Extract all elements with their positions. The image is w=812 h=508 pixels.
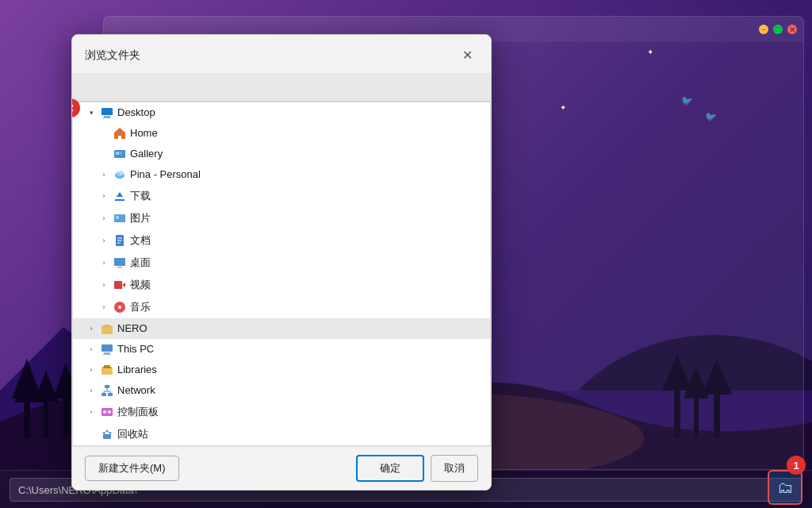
item-label: 下载 bbox=[130, 189, 151, 203]
chevron-icon bbox=[86, 429, 97, 440]
item-label: 文档 bbox=[130, 233, 151, 248]
tree-item-libraries[interactable]: ›Libraries bbox=[73, 360, 490, 380]
svg-rect-28 bbox=[116, 216, 119, 219]
tree-item-nero[interactable]: ›NERO bbox=[73, 318, 490, 339]
chevron-icon bbox=[98, 128, 109, 139]
chevron-icon: › bbox=[86, 323, 97, 334]
chevron-icon: › bbox=[98, 235, 109, 246]
item-label: Desktop bbox=[117, 106, 155, 118]
ok-button[interactable]: 确定 bbox=[356, 455, 424, 482]
chevron-icon: › bbox=[86, 364, 97, 375]
item-icon bbox=[113, 190, 127, 202]
svg-point-21 bbox=[119, 152, 122, 155]
svg-rect-34 bbox=[117, 267, 122, 268]
item-label: 图片 bbox=[130, 211, 151, 225]
svg-point-24 bbox=[119, 171, 124, 175]
svg-rect-46 bbox=[105, 385, 109, 388]
dialog-close-button[interactable]: ✕ bbox=[456, 44, 478, 67]
svg-rect-45 bbox=[104, 365, 110, 368]
svg-rect-48 bbox=[108, 393, 113, 396]
dialog-title: 浏览文件夹 bbox=[85, 48, 140, 63]
item-icon bbox=[113, 212, 127, 225]
item-icon bbox=[113, 301, 127, 314]
tree-item-downloads[interactable]: ›下载 bbox=[73, 185, 490, 207]
item-label: Home bbox=[130, 127, 158, 139]
tree-item-desktop[interactable]: ▾Desktop bbox=[73, 102, 490, 123]
item-icon bbox=[100, 384, 114, 397]
tree-item-pictures[interactable]: ›图片 bbox=[73, 207, 490, 229]
dialog-overlay: 2 浏览文件夹 ✕ ▾Desktop Home Gallery›Pina - P… bbox=[0, 0, 812, 508]
item-icon bbox=[113, 256, 127, 269]
svg-rect-35 bbox=[114, 281, 122, 289]
svg-rect-20 bbox=[116, 152, 119, 155]
tree-item-home[interactable]: Home bbox=[73, 123, 490, 144]
chevron-icon: ▾ bbox=[86, 107, 97, 118]
chevron-icon: › bbox=[86, 406, 97, 418]
item-icon bbox=[100, 322, 114, 335]
svg-point-55 bbox=[108, 410, 111, 414]
browse-folder-dialog: 2 浏览文件夹 ✕ ▾Desktop Home Gallery›Pina - P… bbox=[71, 34, 492, 491]
chevron-icon: › bbox=[98, 213, 109, 224]
svg-marker-26 bbox=[117, 192, 123, 197]
item-label: Network bbox=[117, 384, 155, 396]
tree-item-documents[interactable]: ›文档 bbox=[73, 229, 490, 252]
chevron-icon: › bbox=[98, 302, 109, 313]
folder-tree[interactable]: ▾Desktop Home Gallery›Pina - Personal›下载… bbox=[72, 102, 491, 446]
item-label: Gallery bbox=[130, 148, 163, 160]
item-label: Pina - Personal bbox=[130, 168, 201, 180]
svg-rect-42 bbox=[103, 354, 111, 355]
svg-rect-16 bbox=[102, 108, 113, 115]
chevron-icon: › bbox=[86, 344, 97, 355]
dialog-footer: 新建文件夹(M) 确定 取消 bbox=[72, 446, 491, 490]
tree-item-controlpanel[interactable]: ›控制面板 bbox=[73, 401, 490, 423]
item-icon bbox=[100, 406, 114, 418]
item-label: NERO bbox=[117, 322, 147, 334]
item-label: 回收站 bbox=[117, 427, 148, 441]
item-icon bbox=[100, 364, 114, 376]
svg-rect-39 bbox=[102, 326, 113, 334]
item-label: 桌面 bbox=[130, 256, 151, 270]
item-label: This PC bbox=[117, 343, 154, 355]
chevron-icon: › bbox=[98, 190, 109, 202]
new-folder-button[interactable]: 新建文件夹(M) bbox=[85, 456, 179, 481]
item-icon bbox=[113, 127, 127, 140]
chevron-icon: › bbox=[86, 385, 97, 396]
tree-item-network[interactable]: ›Network bbox=[73, 380, 490, 401]
chevron-icon: › bbox=[98, 257, 109, 268]
svg-rect-47 bbox=[102, 393, 106, 396]
svg-rect-17 bbox=[104, 116, 110, 117]
item-label: 控制面板 bbox=[117, 405, 159, 419]
dialog-footer-actions: 确定 取消 bbox=[356, 455, 478, 482]
item-icon bbox=[113, 234, 127, 247]
item-icon bbox=[113, 168, 127, 181]
item-icon bbox=[100, 428, 114, 441]
chevron-icon bbox=[98, 148, 109, 160]
tree-item-desktop2[interactable]: ›桌面 bbox=[73, 252, 490, 274]
svg-rect-44 bbox=[102, 368, 113, 375]
chevron-icon: › bbox=[98, 279, 109, 291]
item-label: 音乐 bbox=[130, 300, 151, 314]
item-label: Libraries bbox=[117, 364, 157, 375]
svg-rect-18 bbox=[103, 117, 111, 118]
tree-item-music[interactable]: ›音乐 bbox=[73, 296, 490, 318]
svg-rect-40 bbox=[102, 344, 113, 352]
tree-item-gallery[interactable]: Gallery bbox=[73, 144, 490, 164]
cancel-button[interactable]: 取消 bbox=[431, 455, 478, 482]
svg-rect-33 bbox=[114, 258, 125, 266]
svg-rect-41 bbox=[104, 352, 110, 354]
tree-item-recycle[interactable]: 回收站 bbox=[73, 423, 490, 445]
item-icon bbox=[100, 106, 114, 119]
tree-item-thispc[interactable]: ›This PC bbox=[73, 339, 490, 360]
svg-point-38 bbox=[118, 306, 121, 309]
item-icon bbox=[113, 279, 127, 291]
svg-marker-36 bbox=[122, 283, 125, 287]
svg-rect-56 bbox=[103, 434, 111, 439]
item-icon bbox=[113, 148, 127, 160]
tree-item-pina[interactable]: ›Pina - Personal bbox=[73, 164, 490, 185]
dialog-titlebar: 浏览文件夹 ✕ bbox=[72, 35, 491, 73]
tree-item-videos[interactable]: ›视频 bbox=[73, 274, 490, 296]
item-label: 视频 bbox=[130, 278, 151, 292]
dialog-address-bar bbox=[72, 73, 491, 102]
chevron-icon: › bbox=[98, 169, 109, 180]
item-icon bbox=[100, 343, 114, 356]
